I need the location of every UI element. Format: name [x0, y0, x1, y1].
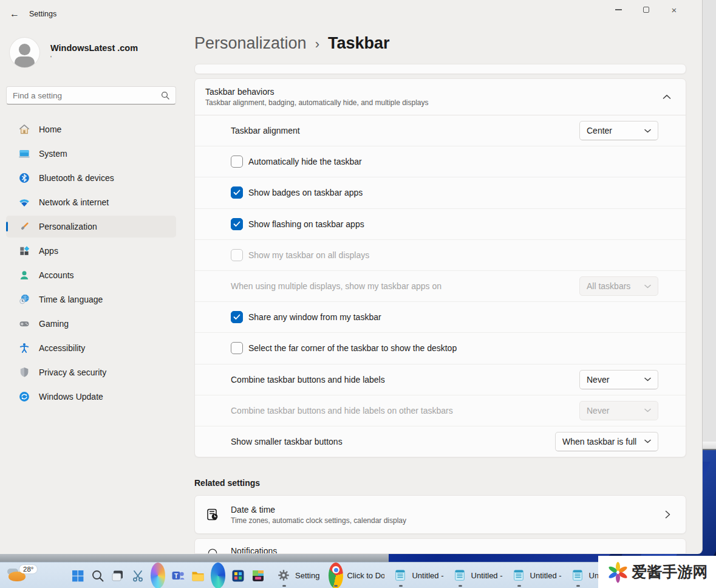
- taskbar-app-label: Untitled -: [412, 571, 443, 580]
- setting-row-taskbar-alignment: Taskbar alignment Center: [195, 115, 686, 146]
- taskbar-alignment-dropdown[interactable]: Center: [579, 121, 658, 140]
- search-icon: [161, 91, 169, 100]
- titlebar: ← Settings ×: [0, 0, 702, 27]
- breadcrumb: Personalization › Taskbar: [194, 34, 390, 53]
- notifications-icon: [205, 546, 220, 554]
- chevron-up-icon[interactable]: [663, 94, 671, 100]
- edge-icon[interactable]: [211, 562, 225, 588]
- smaller-buttons-dropdown[interactable]: When taskbar is full: [555, 432, 658, 451]
- running-indicator: [459, 585, 462, 587]
- setting-row-auto-hide: Automatically hide the taskbar: [195, 146, 686, 177]
- running-indicator: [576, 585, 580, 587]
- setting-label: Combine taskbar buttons and hide labels …: [231, 406, 453, 415]
- sidebar-item-label: Windows Update: [39, 392, 103, 402]
- teams-icon[interactable]: T: [171, 569, 185, 583]
- sidebar-item-home[interactable]: Home: [6, 118, 176, 140]
- settings-gear-icon: [277, 569, 292, 583]
- dropdown-value: Never: [587, 375, 609, 385]
- accessibility-person-icon: [18, 342, 30, 354]
- taskbar-app-chrome[interactable]: Click to Do: [329, 562, 384, 588]
- sidebar-item-network-internet[interactable]: Network & internet: [6, 191, 176, 213]
- far-corner-checkbox[interactable]: [231, 342, 243, 354]
- dropdown-value: Never: [587, 406, 609, 415]
- setting-label: Combine taskbar buttons and hide labels: [231, 375, 385, 385]
- chevron-down-icon: [644, 284, 651, 289]
- settings-rows: Taskbar alignment Center Automatically h…: [195, 115, 686, 457]
- search-input[interactable]: [7, 91, 161, 100]
- back-button[interactable]: ←: [6, 5, 23, 22]
- show-flashing-checkbox[interactable]: [231, 218, 243, 230]
- sidebar-item-gaming[interactable]: Gaming: [6, 313, 176, 335]
- sidebar-item-windows-update[interactable]: Windows Update: [6, 386, 176, 408]
- taskbar-center-group: T Setting Click to Do Untitled -: [70, 562, 651, 588]
- sidebar-item-accessibility[interactable]: Accessibility: [6, 337, 176, 359]
- sidebar-item-accounts[interactable]: Accounts: [6, 264, 176, 286]
- expander-header[interactable]: Taskbar behaviors Taskbar alignment, bad…: [195, 79, 686, 115]
- check-icon: [233, 190, 240, 196]
- svg-text:T: T: [174, 572, 178, 579]
- search-icon[interactable]: [90, 569, 105, 583]
- link-subtitle: Time zones, automatic clock settings, ca…: [231, 516, 665, 525]
- h265-app-icon[interactable]: [251, 569, 265, 583]
- breadcrumb-personalization[interactable]: Personalization: [194, 34, 307, 53]
- share-window-checkbox[interactable]: [231, 311, 243, 323]
- minimize-button[interactable]: [604, 0, 632, 19]
- close-icon: ×: [672, 5, 677, 15]
- multi-display-dropdown: All taskbars: [579, 276, 658, 296]
- chevron-down-icon: [644, 439, 651, 443]
- dropdown-value: When taskbar is full: [562, 437, 636, 446]
- privacy-shield-icon: [18, 366, 30, 378]
- watermark-text: 爱酱手游网: [632, 562, 708, 582]
- setting-row-combine-buttons: Combine taskbar buttons and hide labels …: [195, 364, 686, 395]
- date-time-link[interactable]: Date & time Time zones, automatic clock …: [194, 495, 686, 534]
- show-badges-checkbox[interactable]: [231, 186, 243, 199]
- sidebar-item-label: System: [39, 149, 67, 159]
- date-time-icon: [205, 507, 220, 522]
- taskbar-app-notepad[interactable]: Untitled -: [394, 562, 443, 588]
- time-language-icon: [18, 293, 30, 306]
- setting-label: Show flashing on taskbar apps: [248, 219, 364, 229]
- check-icon: [233, 221, 240, 227]
- taskbar-app-settings[interactable]: Setting: [277, 562, 319, 588]
- weather-widget[interactable]: 28°: [6, 565, 39, 586]
- window-title: Settings: [29, 10, 56, 18]
- maximize-button[interactable]: [632, 0, 660, 19]
- scrolled-card-remnant: [194, 64, 686, 74]
- check-icon: [233, 314, 240, 320]
- combine-buttons-dropdown[interactable]: Never: [579, 370, 658, 389]
- taskbar-app-label: Setting: [295, 571, 319, 580]
- taskbar-app-label: Untitled -: [530, 571, 562, 580]
- sidebar-item-system[interactable]: System: [6, 143, 176, 165]
- taskbar-app-notepad[interactable]: Untitled -: [512, 562, 562, 588]
- taskbar-app-label: Click to Do: [347, 571, 384, 580]
- snipping-tool-icon[interactable]: [131, 569, 145, 583]
- pinwheel-logo: [607, 561, 629, 583]
- setting-label: Share any window from my taskbar: [248, 312, 381, 322]
- taskbar-app-label: Untitled -: [471, 571, 503, 580]
- auto-hide-checkbox[interactable]: [231, 156, 243, 168]
- setting-row-taskbar-all-displays: Show my taskbar on all displays: [195, 239, 686, 270]
- sidebar-item-privacy-security[interactable]: Privacy & security: [6, 361, 176, 383]
- sidebar-item-time-language[interactable]: Time & language: [6, 289, 176, 310]
- sidebar-nav: Home System Bluetooth & devices Network …: [6, 118, 176, 410]
- account-name[interactable]: WindowsLatest .com: [50, 43, 138, 53]
- close-button[interactable]: ×: [660, 0, 688, 19]
- sidebar-item-apps[interactable]: Apps: [6, 240, 176, 262]
- file-explorer-icon[interactable]: [191, 569, 205, 583]
- sidebar-item-personalization[interactable]: Personalization: [6, 216, 176, 238]
- setting-row-share-window: Share any window from my taskbar: [195, 301, 686, 332]
- task-view-icon[interactable]: [111, 569, 125, 583]
- search-box[interactable]: [6, 86, 176, 104]
- accounts-person-icon: [18, 269, 30, 281]
- taskbar-app-notepad[interactable]: Untitled -: [453, 562, 503, 588]
- avatar[interactable]: [10, 38, 39, 67]
- sidebar-item-bluetooth-devices[interactable]: Bluetooth & devices: [6, 167, 176, 189]
- copilot-icon[interactable]: [151, 562, 165, 588]
- setting-row-combine-other-taskbars: Combine taskbar buttons and hide labels …: [195, 395, 686, 426]
- sidebar-item-label: Apps: [39, 246, 58, 256]
- store-app-icon[interactable]: [231, 569, 245, 583]
- notifications-link[interactable]: Notifications: [194, 538, 686, 554]
- combine-other-dropdown: Never: [579, 401, 658, 420]
- sidebar-item-label: Network & internet: [39, 197, 109, 207]
- start-icon[interactable]: [70, 569, 85, 583]
